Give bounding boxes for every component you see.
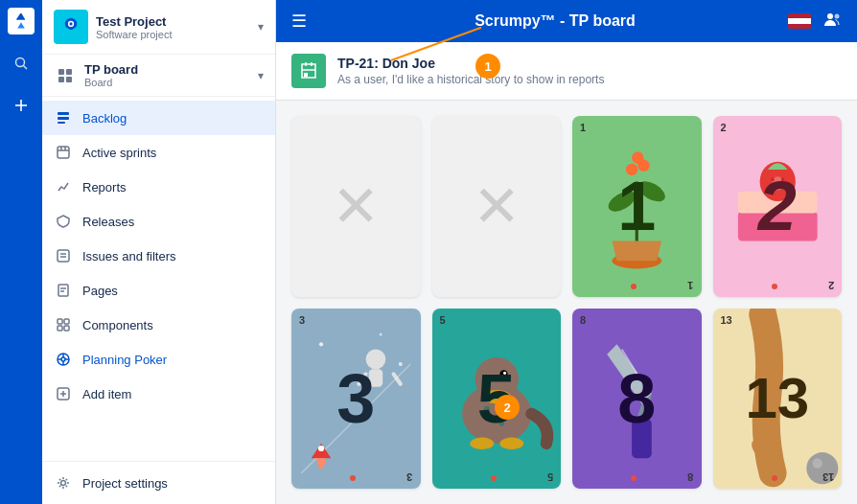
card-1-dot [631, 284, 637, 289]
svg-point-59 [399, 361, 403, 365]
active-sprints-icon [54, 143, 73, 162]
add-icon[interactable] [8, 92, 35, 119]
svg-rect-10 [66, 69, 72, 75]
board-chevron-icon: ▾ [258, 69, 264, 82]
card-empty-2[interactable]: ✕ [432, 116, 562, 297]
nav-item-add-item[interactable]: Add item [42, 377, 275, 411]
nav-item-components[interactable]: Components [42, 308, 275, 342]
card-5-illustration: 5 [432, 309, 562, 490]
card-2[interactable]: 2 2 2 [713, 116, 843, 297]
card-3-illustration: 3 3 [291, 309, 421, 490]
settings-icon [54, 473, 73, 493]
svg-point-72 [499, 437, 523, 448]
nav-item-releases[interactable]: Releases [42, 204, 275, 239]
nav-item-backlog[interactable]: Backlog [42, 101, 275, 135]
card-8-corner-br: 8 [687, 471, 693, 483]
nav-label-add-item: Add item [82, 387, 131, 401]
flag-icon[interactable] [788, 13, 811, 29]
annotation-badge-1: 1 [475, 54, 500, 79]
cards-area: ✕ ✕ 1 [276, 101, 857, 504]
svg-point-6 [69, 22, 72, 25]
icon-bar [0, 0, 42, 504]
svg-rect-26 [58, 319, 62, 324]
card-empty-1[interactable]: ✕ [291, 116, 421, 297]
card-1-illustration: 1 1 1 [572, 116, 702, 297]
story-bar: TP-21: Don Joe As a user, I'd like a his… [276, 42, 857, 101]
svg-rect-42 [304, 73, 308, 77]
svg-line-1 [24, 66, 28, 70]
nav-item-active-sprints[interactable]: Active sprints [42, 135, 275, 170]
svg-point-71 [470, 437, 494, 448]
topbar: ☰ Scrumpy™ - TP board [276, 0, 857, 42]
board-name: TP board [84, 62, 258, 77]
svg-point-31 [61, 357, 65, 361]
card-13-corner-br: 13 [822, 471, 834, 483]
card-5-dot [491, 475, 497, 481]
story-description: As a user, I'd like a historical story t… [337, 73, 604, 86]
main-content: 1 2 ☰ Scrumpy™ - TP board [276, 0, 857, 504]
svg-rect-27 [64, 319, 69, 324]
project-icon [54, 10, 88, 44]
nav-item-planning-poker[interactable]: Planning Poker [42, 342, 275, 377]
svg-point-40 [827, 13, 833, 19]
menu-icon[interactable]: ☰ [291, 11, 307, 32]
card-8-illustration: 8 8 8 [572, 309, 702, 490]
svg-point-49 [632, 151, 643, 163]
issues-filters-icon [54, 246, 73, 265]
atlassian-logo[interactable] [8, 8, 35, 34]
card-3[interactable]: 3 3 [291, 309, 421, 490]
svg-point-82 [812, 458, 822, 468]
svg-rect-9 [58, 69, 64, 75]
svg-rect-13 [58, 112, 69, 115]
reports-icon [54, 177, 73, 196]
svg-rect-20 [58, 250, 69, 262]
board-sub: Board [84, 77, 258, 88]
nav-label-planning-poker: Planning Poker [82, 353, 167, 367]
nav-label-reports: Reports [82, 180, 127, 195]
svg-rect-15 [58, 122, 65, 124]
svg-point-65 [318, 445, 324, 450]
annotation-badge-2: 2 [495, 395, 520, 420]
page-title: Scrumpy™ - TP board [322, 12, 788, 30]
svg-point-57 [319, 342, 323, 346]
story-info: TP-21: Don Joe As a user, I'd like a his… [337, 56, 604, 86]
svg-rect-23 [58, 285, 68, 296]
nav-label-active-sprints: Active sprints [82, 146, 156, 160]
pages-icon [54, 281, 73, 300]
sidebar-bottom: Project settings [42, 461, 275, 504]
card-5[interactable]: 5 [432, 309, 562, 490]
board-icon [54, 64, 77, 87]
nav-item-issues-filters[interactable]: Issues and filters [42, 239, 275, 273]
nav-item-pages[interactable]: Pages [42, 273, 275, 308]
project-type: Software project [96, 29, 258, 40]
people-icon[interactable] [822, 10, 842, 34]
card-13-dot [772, 475, 777, 481]
project-name: Test Project [96, 14, 258, 29]
card-13-illustration: 13 13 13 [713, 309, 843, 490]
project-header[interactable]: Test Project Software project ▾ [42, 0, 275, 55]
svg-point-39 [61, 481, 66, 486]
svg-rect-29 [64, 326, 69, 331]
search-icon[interactable] [8, 50, 35, 77]
svg-point-0 [16, 58, 25, 67]
chevron-down-icon: ▾ [258, 20, 264, 34]
placeholder-x-2: ✕ [473, 172, 521, 240]
nav-item-project-settings[interactable]: Project settings [42, 466, 275, 500]
card-1[interactable]: 1 1 1 [572, 116, 702, 297]
svg-rect-16 [58, 147, 69, 158]
placeholder-x-1: ✕ [332, 172, 380, 240]
svg-rect-11 [58, 77, 64, 82]
nav-item-reports[interactable]: Reports [42, 170, 275, 204]
nav-label-project-settings: Project settings [82, 476, 168, 491]
svg-rect-12 [66, 77, 72, 82]
planning-poker-icon [54, 350, 73, 369]
nav-label-issues-filters: Issues and filters [82, 249, 176, 263]
topbar-right [788, 10, 842, 34]
story-title: TP-21: Don Joe [337, 56, 604, 71]
svg-point-8 [73, 28, 79, 33]
sidebar-nav: Backlog Active sprints Reports [42, 97, 275, 461]
board-header[interactable]: TP board Board ▾ [42, 55, 275, 97]
card-13[interactable]: 13 13 13 [713, 309, 843, 490]
nav-label-pages: Pages [82, 284, 118, 298]
card-8[interactable]: 8 8 8 [572, 309, 702, 490]
